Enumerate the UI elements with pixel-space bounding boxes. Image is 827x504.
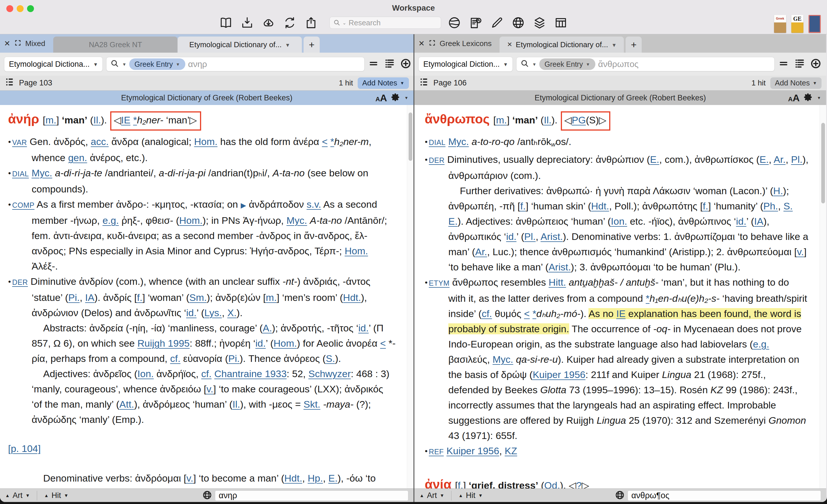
entry-link[interactable]: E. (328, 473, 338, 484)
vertical-scrollbar[interactable] (407, 105, 414, 489)
close-zone-icon[interactable]: ✕ (4, 40, 10, 47)
entry-link[interactable]: [p. 104] (8, 443, 41, 454)
entry-link[interactable]: Myc. (493, 354, 513, 365)
entry-link[interactable]: COMP (12, 201, 34, 209)
add-notes-button[interactable]: Add Notes▼ (770, 78, 822, 89)
entry-link[interactable]: id. (358, 322, 369, 334)
entry-link[interactable]: DIAL (429, 138, 445, 146)
close-zone-icon[interactable]: ✕ (419, 40, 425, 47)
entry-link[interactable]: e.g. (102, 215, 119, 226)
entry-link[interactable]: id. (255, 338, 266, 349)
entry-link[interactable]: X. (227, 307, 237, 318)
entry-link[interactable]: * (532, 308, 536, 319)
font-size-control[interactable]: AA (788, 92, 800, 104)
entry-link[interactable]: id. (506, 231, 517, 242)
entry-link[interactable]: IE (121, 114, 130, 125)
entry-link[interactable]: Ar. (475, 246, 487, 257)
entry-link[interactable]: Kuiper 1956 (533, 369, 585, 380)
entry-searchbox[interactable]: ▼ Greek Entry▼ ανηρ (106, 57, 364, 71)
entry-link[interactable]: < (322, 136, 328, 147)
outline-icon[interactable] (384, 58, 395, 70)
contents-list-icon[interactable] (419, 77, 429, 89)
entry-link[interactable]: Il. (544, 114, 551, 125)
entry-link[interactable]: A. (263, 322, 272, 334)
entry-link[interactable]: DIAL (12, 170, 29, 178)
entry-link[interactable]: * (330, 136, 334, 147)
gear-icon[interactable] (391, 93, 400, 103)
entry-link[interactable]: < (380, 338, 386, 349)
entry-link[interactable]: IA (85, 292, 94, 303)
add-parallel-icon[interactable] (400, 58, 411, 70)
entry-link[interactable]: IA (754, 216, 764, 227)
search-query[interactable]: ἄνθρωπος (598, 59, 639, 69)
language-globe-icon[interactable] (615, 490, 625, 501)
entry-link[interactable]: cf. (482, 308, 492, 319)
entry-link[interactable]: DER (12, 278, 28, 286)
tab-chevron-icon[interactable]: ▼ (285, 42, 290, 48)
search-field-pill[interactable]: Greek Entry▼ (129, 58, 185, 70)
entry-link[interactable]: s.v. (306, 199, 321, 210)
book-thumbnail-beekes[interactable]: Greek (774, 15, 786, 33)
search-mode-chevron-icon[interactable]: ▼ (532, 62, 536, 67)
entry-link[interactable]: Myc. (32, 167, 52, 179)
entry-link[interactable]: v. (187, 473, 193, 484)
art-stepper[interactable]: ▲Art▼ (5, 491, 30, 500)
entry-link[interactable]: Pl. (791, 154, 802, 165)
hit-stepper[interactable]: ▲Hit▼ (458, 491, 483, 500)
tab-etymological-dictionary[interactable]: ✕Etymological Dictionary of...▼ (499, 37, 624, 53)
entry-link[interactable]: Ph. (764, 201, 778, 211)
entry-link[interactable]: m. (45, 114, 56, 125)
vertical-scrollbar[interactable] (820, 105, 826, 489)
language-globe-icon[interactable] (202, 490, 212, 501)
parallel-icon[interactable] (778, 58, 789, 70)
entry-link[interactable]: f. (458, 480, 463, 489)
entry-searchbox[interactable]: ▼ Greek Entry▼ ἄνθρωπος (516, 57, 775, 71)
entry-link[interactable]: ? (576, 480, 582, 489)
entry-link[interactable]: Lys. (204, 307, 222, 318)
entry-link[interactable]: acc. (91, 136, 108, 147)
search-field-pill[interactable]: Greek Entry▼ (539, 58, 595, 70)
entry-link[interactable]: Pi. (68, 292, 80, 303)
entry-link[interactable]: ETYM (429, 279, 449, 287)
entry-link[interactable]: DER (429, 156, 445, 164)
entry-link[interactable]: IE (616, 308, 626, 319)
entry-link[interactable]: f. (137, 292, 142, 303)
scrollbar-thumb[interactable] (821, 123, 825, 203)
entry-link[interactable]: Ruijgh 1995 (138, 338, 190, 349)
entry-link[interactable]: Kuiper 1956 (447, 445, 499, 456)
entry-link[interactable]: REF (429, 448, 444, 456)
library-icon[interactable] (219, 16, 233, 29)
entry-link[interactable]: Hom. (194, 136, 217, 147)
close-tab-icon[interactable]: ✕ (507, 41, 512, 48)
search-mode-chevron-icon[interactable]: ▼ (122, 62, 126, 67)
atlas-icon[interactable] (448, 16, 461, 29)
book-thumbnail-ge[interactable]: GE (791, 15, 804, 33)
entry-link[interactable]: Ion. (611, 216, 627, 227)
entry-link[interactable]: E. (650, 154, 659, 165)
entry-link[interactable]: Hp. (307, 473, 323, 484)
entry-link[interactable]: v. (206, 384, 213, 394)
entry-link[interactable]: Schwyzer (308, 368, 351, 379)
entry-link[interactable]: Ion. (138, 368, 154, 379)
entry-link[interactable]: Pi. (228, 353, 240, 364)
research-searchbox[interactable]: ⌄ (330, 17, 441, 29)
web-browser-icon[interactable] (512, 16, 525, 29)
entry-link[interactable]: VAR (12, 138, 27, 146)
cloud-download-icon[interactable] (262, 16, 275, 29)
import-icon[interactable] (241, 16, 254, 29)
gear-icon[interactable] (804, 93, 813, 103)
contents-list-icon[interactable] (5, 77, 14, 89)
entry-link[interactable]: id. (186, 307, 197, 318)
tab-na28-greek-nt[interactable]: NA28 Greek NT (53, 37, 178, 53)
entry-link[interactable]: H. (773, 185, 783, 196)
entry-link[interactable]: Myc. (448, 136, 469, 147)
go-to-entry-input[interactable] (628, 491, 821, 501)
expand-zone-icon[interactable] (14, 39, 21, 47)
outline-icon[interactable] (794, 58, 805, 70)
hit-stepper[interactable]: ▲Hit▼ (44, 491, 68, 500)
entry-link[interactable]: Il. (93, 114, 101, 125)
entry-link[interactable]: Hdt. (343, 292, 361, 303)
entry-link[interactable]: Sm. (189, 292, 207, 303)
entry-link[interactable]: * (133, 114, 137, 125)
entry-link[interactable]: < (524, 308, 530, 319)
